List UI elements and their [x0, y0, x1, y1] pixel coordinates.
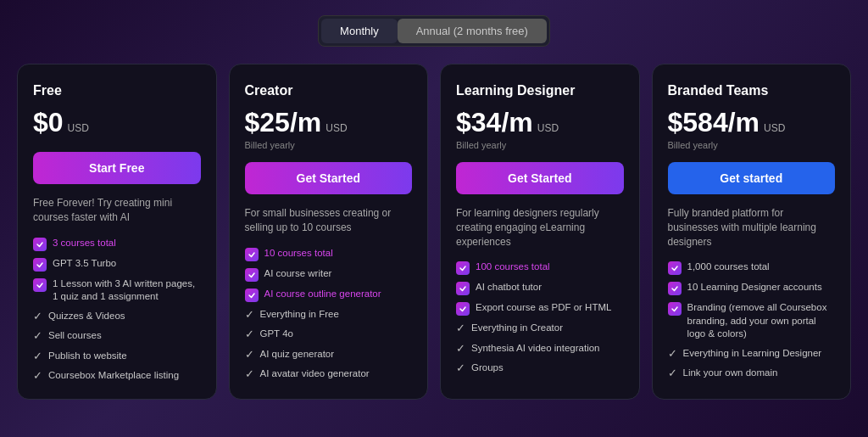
tick-icon: ✓	[456, 321, 465, 336]
check-icon	[245, 248, 259, 261]
check-icon	[456, 261, 470, 275]
plan-title: Branded Teams	[668, 83, 836, 98]
feature-item: 3 courses total	[33, 237, 201, 251]
feature-text: Export course as PDF or HTML	[476, 301, 611, 315]
tick-icon: ✓	[456, 341, 465, 356]
feature-item: ✓Quizzes & Videos	[33, 310, 201, 324]
features-list: 100 courses totalAI chatbot tutorExport …	[456, 261, 624, 376]
feature-item: 1 Lesson with 3 AI written pages, 1 quiz…	[33, 277, 201, 304]
feature-item: ✓Coursebox Marketplace listing	[33, 369, 201, 384]
tick-icon: ✓	[33, 368, 42, 384]
check-icon	[668, 261, 682, 275]
feature-item: ✓Everything in Free	[245, 308, 413, 322]
feature-text: Everything in Creator	[471, 322, 563, 335]
feature-text: Link your own domain	[683, 367, 778, 380]
feature-text: Publish to website	[48, 350, 127, 363]
feature-item: ✓AI quiz generator	[245, 348, 413, 362]
feature-item: 1,000 courses total	[668, 261, 836, 275]
feature-item: ✓Sell courses	[33, 329, 201, 344]
check-icon	[245, 268, 259, 282]
check-icon	[668, 302, 682, 316]
feature-item: AI course writer	[245, 267, 413, 282]
monthly-toggle[interactable]: Monthly	[321, 19, 398, 43]
check-icon	[245, 289, 259, 302]
check-icon	[668, 282, 682, 295]
billed-note: Billed yearly	[456, 140, 624, 150]
cta-button-branded-teams[interactable]: Get started	[668, 162, 836, 194]
feature-text: Sell courses	[48, 329, 102, 343]
price-currency: USD	[68, 122, 89, 134]
feature-item: ✓AI avatar video generator	[245, 367, 413, 382]
feature-text: Coursebox Marketplace listing	[48, 369, 179, 383]
feature-item: GPT 3.5 Turbo	[33, 257, 201, 272]
feature-text: Branding (remove all Coursebox branding,…	[687, 301, 836, 341]
feature-item: ✓Everything in Creator	[456, 322, 624, 336]
check-icon	[456, 302, 470, 316]
feature-text: AI quiz generator	[260, 348, 335, 361]
pricing-cards: Free$0USDStart FreeFree Forever! Try cre…	[17, 64, 851, 400]
features-list: 3 courses totalGPT 3.5 Turbo1 Lesson wit…	[33, 237, 201, 384]
feature-text: 100 courses total	[476, 261, 550, 274]
cta-button-learning-designer[interactable]: Get Started	[456, 162, 624, 194]
cta-button-free[interactable]: Start Free	[33, 152, 201, 184]
price-amount: $34/m	[456, 107, 533, 138]
check-icon	[33, 258, 47, 272]
feature-text: 10 Learning Designer accounts	[687, 281, 822, 294]
tick-icon: ✓	[33, 309, 42, 324]
feature-text: Quizzes & Videos	[48, 310, 125, 323]
feature-item: ✓Groups	[456, 361, 624, 376]
annual-toggle[interactable]: Annual (2 months free)	[398, 19, 547, 43]
cta-button-creator[interactable]: Get Started	[245, 162, 413, 194]
plan-title: Creator	[245, 83, 413, 98]
feature-item: Branding (remove all Coursebox branding,…	[668, 301, 836, 341]
feature-text: Everything in Learning Designer	[683, 347, 822, 361]
check-icon	[456, 282, 470, 295]
pricing-card-free: Free$0USDStart FreeFree Forever! Try cre…	[17, 64, 217, 400]
feature-text: GPT 4o	[260, 328, 293, 341]
feature-item: Export course as PDF or HTML	[456, 301, 624, 316]
feature-text: AI avatar video generator	[260, 367, 370, 381]
pricing-card-learning-designer: Learning Designer$34/mUSDBilled yearlyGe…	[440, 64, 640, 400]
feature-text: AI course writer	[264, 267, 332, 281]
billing-toggle: Monthly Annual (2 months free)	[318, 15, 550, 47]
feature-item: AI chatbot tutor	[456, 281, 624, 295]
tick-icon: ✓	[456, 361, 465, 376]
price-row: $584/mUSD	[668, 107, 836, 138]
feature-item: ✓Link your own domain	[668, 367, 836, 381]
tick-icon: ✓	[245, 327, 254, 342]
feature-item: ✓Everything in Learning Designer	[668, 347, 836, 361]
features-list: 1,000 courses total10 Learning Designer …	[668, 261, 836, 381]
feature-text: 1 Lesson with 3 AI written pages, 1 quiz…	[53, 277, 201, 304]
feature-item: AI course outline generator	[245, 288, 413, 302]
plan-title: Free	[33, 83, 201, 98]
price-currency: USD	[764, 122, 785, 134]
feature-text: AI course outline generator	[264, 288, 381, 301]
feature-text: AI chatbot tutor	[476, 281, 542, 294]
price-amount: $584/m	[668, 107, 760, 138]
feature-item: ✓GPT 4o	[245, 328, 413, 342]
tick-icon: ✓	[245, 307, 254, 322]
feature-item: 10 Learning Designer accounts	[668, 281, 836, 295]
feature-text: 10 courses total	[264, 247, 333, 261]
feature-text: Synthesia AI video integration	[471, 342, 600, 356]
feature-item: 10 courses total	[245, 247, 413, 261]
feature-item: ✓Publish to website	[33, 350, 201, 364]
price-currency: USD	[326, 122, 347, 134]
feature-text: 3 courses total	[53, 237, 116, 250]
price-row: $25/mUSD	[245, 107, 413, 138]
features-list: 10 courses totalAI course writerAI cours…	[245, 247, 413, 382]
billed-note: Billed yearly	[245, 140, 413, 150]
tick-icon: ✓	[668, 366, 677, 381]
tick-icon: ✓	[668, 346, 677, 361]
pricing-card-branded-teams: Branded Teams$584/mUSDBilled yearlyGet s…	[652, 64, 852, 400]
check-icon	[33, 238, 47, 251]
tick-icon: ✓	[245, 347, 254, 362]
tick-icon: ✓	[33, 328, 42, 344]
plan-description: For learning designers regularly creatin…	[456, 206, 624, 249]
feature-text: GPT 3.5 Turbo	[53, 257, 116, 271]
feature-text: Groups	[471, 361, 504, 375]
price-row: $34/mUSD	[456, 107, 624, 138]
pricing-card-creator: Creator$25/mUSDBilled yearlyGet StartedF…	[229, 64, 429, 400]
feature-text: Everything in Free	[260, 308, 339, 322]
price-currency: USD	[537, 122, 559, 134]
